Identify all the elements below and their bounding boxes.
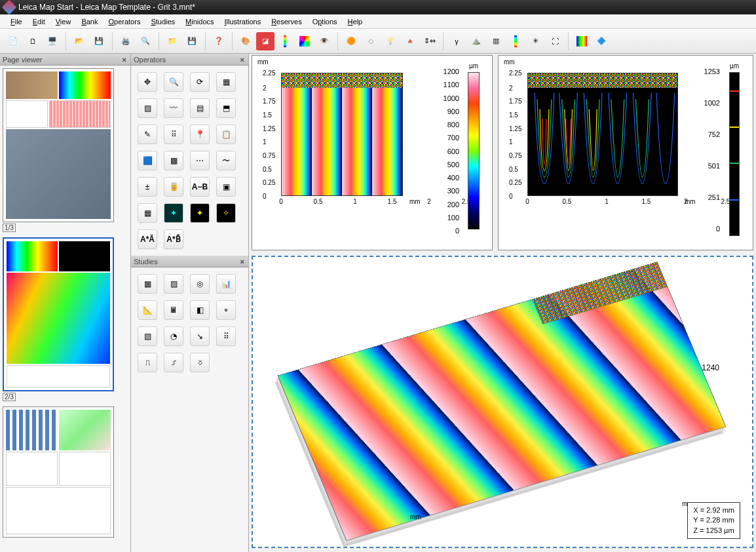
op-stack-icon[interactable]: ▣ — [216, 177, 236, 197]
menu-reserves[interactable]: Reserves — [266, 16, 307, 27]
palette-icon[interactable]: 🎨 — [236, 32, 255, 50]
op-surface2-icon[interactable]: ▧ — [138, 98, 157, 118]
new-page-icon[interactable]: 🗋 — [24, 32, 42, 50]
contour-panel[interactable]: mm 00.250.50.7511.251. — [498, 55, 753, 250]
mountain-icon[interactable]: ⛰️ — [467, 32, 485, 50]
menu-help[interactable]: Help — [343, 16, 368, 27]
op-ruler-icon[interactable]: 📋 — [216, 125, 236, 144]
op-dots-icon[interactable]: ⋯ — [190, 151, 210, 170]
op-arrows-icon[interactable]: ✥ — [138, 72, 157, 92]
sphere-icon[interactable]: 🟠 — [342, 32, 360, 50]
close-icon[interactable]: × — [239, 258, 246, 266]
red-square-icon[interactable]: ◪ — [256, 32, 274, 50]
st-spots-icon[interactable]: ⠿ — [216, 326, 236, 346]
menu-operators[interactable]: Operators — [103, 16, 145, 27]
operators-grid: ✥ 🔍 ⟳ ▦ ▧ 〰 ▤ ⬒ ✎ ⠿ 📍 📋 🟦 ▩ ⋯ 〜 ± 🥫 A−B — [134, 68, 246, 253]
menu-illustrations[interactable]: Illustrations — [219, 16, 267, 27]
op-star3-icon[interactable]: ✧ — [216, 203, 236, 223]
op-can-icon[interactable]: 🥫 — [164, 177, 183, 197]
print-preview-icon[interactable]: 🔍 — [136, 32, 155, 50]
colorbar-right: µm — [721, 62, 747, 236]
help-icon[interactable]: ❓ — [210, 32, 228, 50]
op-math-icon[interactable]: ± — [138, 177, 157, 197]
bulb-icon[interactable]: 💡 — [381, 32, 400, 50]
op-pin-icon[interactable]: 📍 — [190, 125, 210, 144]
op-star2-icon[interactable]: ✦ — [190, 203, 210, 223]
menu-options[interactable]: Options — [307, 16, 343, 27]
op-a-abar[interactable]: A*Ā — [138, 229, 157, 249]
heatmap-panel[interactable]: mm 00.250.50.7511.251.51.7522.25 00.511.… — [252, 55, 493, 250]
op-a-bbar[interactable]: A*B̄ — [164, 229, 183, 249]
monitor-icon[interactable]: 🖥️ — [43, 32, 62, 50]
y-unit: mm — [257, 58, 269, 66]
open-icon[interactable]: 📂 — [70, 32, 88, 50]
cursor-y: Y = 2.28 mm — [693, 515, 734, 525]
gradient-bar-icon[interactable] — [276, 32, 294, 50]
axes-icon[interactable]: ⇕⇔ — [421, 32, 439, 50]
vbar-icon[interactable]: ▥ — [487, 32, 505, 50]
op-a-minus-b[interactable]: A−B — [190, 177, 210, 197]
st-shapes-icon[interactable]: ◧ — [190, 300, 210, 320]
st-pulse1-icon[interactable]: ⎍ — [138, 353, 157, 372]
heatmap-icon[interactable] — [573, 32, 591, 50]
diamond-icon[interactable]: ◇ — [362, 32, 380, 50]
eye-icon[interactable]: 👁️ — [315, 32, 333, 50]
op-rotate-icon[interactable]: ⟳ — [190, 72, 210, 92]
workspace: mm 00.250.50.7511.251.51.7522.25 00.511.… — [249, 54, 756, 552]
peak-icon[interactable]: 🔺 — [401, 32, 419, 50]
op-level-icon[interactable]: ⬒ — [216, 98, 236, 118]
st-pulse3-icon[interactable]: ⎏ — [190, 353, 210, 372]
st-map-icon[interactable]: ▦ — [138, 274, 157, 294]
op-tiles-icon[interactable]: ▦ — [138, 203, 157, 223]
colormap-icon[interactable] — [295, 32, 314, 50]
gamma-icon[interactable]: γ — [447, 32, 466, 50]
st-diag-icon[interactable]: ▧ — [138, 326, 157, 346]
3d-icon[interactable]: 🔷 — [592, 32, 611, 50]
page-label-2: 2/3 — [3, 393, 16, 401]
close-icon[interactable]: × — [121, 56, 128, 64]
op-zoom-icon[interactable]: 🔍 — [164, 72, 183, 92]
title-bar: Leica Map Start - Leica Map Template - G… — [0, 0, 756, 14]
heatmap-plot — [281, 73, 403, 196]
menu-file[interactable]: FFileile — [5, 16, 28, 27]
surface-3d-panel[interactable]: mm mm 1240 X = 2.92 mm Y = 2.28 mm Z = 1… — [252, 256, 753, 548]
open2-icon[interactable]: 📁 — [163, 32, 181, 50]
page-thumb-2[interactable]: 2/3 — [3, 237, 128, 401]
st-bw-icon[interactable]: ▨ — [164, 274, 183, 294]
print-icon[interactable]: 🖨️ — [117, 32, 135, 50]
op-edit-icon[interactable]: ✎ — [138, 125, 157, 144]
st-angle-icon[interactable]: ◔ — [164, 326, 183, 346]
expand-icon[interactable]: ⛶ — [546, 32, 564, 50]
menu-bank[interactable]: Bank — [76, 16, 103, 27]
op-star1-icon[interactable]: ✦ — [164, 203, 183, 223]
spectrum-icon[interactable] — [506, 32, 525, 50]
save2-icon[interactable]: 💾 — [183, 32, 201, 50]
st-contour-icon[interactable]: ◎ — [190, 274, 210, 294]
menu-minidocs[interactable]: Minidocs — [180, 16, 219, 27]
st-compass-icon[interactable]: 📐 — [138, 300, 157, 320]
op-curve-icon[interactable]: 〜 — [216, 151, 236, 170]
op-texture-icon[interactable]: ▩ — [164, 151, 183, 170]
st-calc-icon[interactable]: 🖩 — [164, 300, 183, 320]
save-icon[interactable]: 💾 — [90, 32, 108, 50]
op-surface1-icon[interactable]: ▦ — [216, 72, 236, 92]
cursor-x: X = 2.92 mm — [693, 505, 734, 515]
close-icon[interactable]: × — [239, 56, 246, 64]
main-toolbar: 📄 🗋 🖥️ 📂 💾 🖨️ 🔍 📁 💾 ❓ 🎨 ◪ 👁️ 🟠 ◇ 💡 🔺 ⇕⇔ … — [0, 29, 756, 54]
crosshair-icon[interactable]: ✳ — [526, 32, 544, 50]
menu-bar: FFileile Edit View Bank Operators Studie… — [0, 14, 756, 29]
new-doc-icon[interactable]: 📄 — [4, 32, 22, 50]
st-decay-icon[interactable]: ↘ — [190, 326, 210, 346]
op-grid-icon[interactable]: ▤ — [190, 98, 210, 118]
st-pulse2-icon[interactable]: ⎎ — [164, 353, 183, 372]
st-chart-icon[interactable]: 📊 — [216, 274, 236, 294]
op-profile-icon[interactable]: 〰 — [164, 98, 183, 118]
menu-studies[interactable]: Studies — [145, 16, 180, 27]
page-thumb-3[interactable] — [3, 406, 128, 538]
op-blue-icon[interactable]: 🟦 — [138, 151, 157, 170]
op-noise-icon[interactable]: ⠿ — [164, 125, 183, 144]
menu-view[interactable]: View — [50, 16, 77, 27]
menu-edit[interactable]: Edit — [28, 16, 50, 27]
page-thumb-1[interactable]: 1/3 — [3, 68, 128, 232]
st-balls-icon[interactable]: ⚬ — [216, 300, 236, 320]
